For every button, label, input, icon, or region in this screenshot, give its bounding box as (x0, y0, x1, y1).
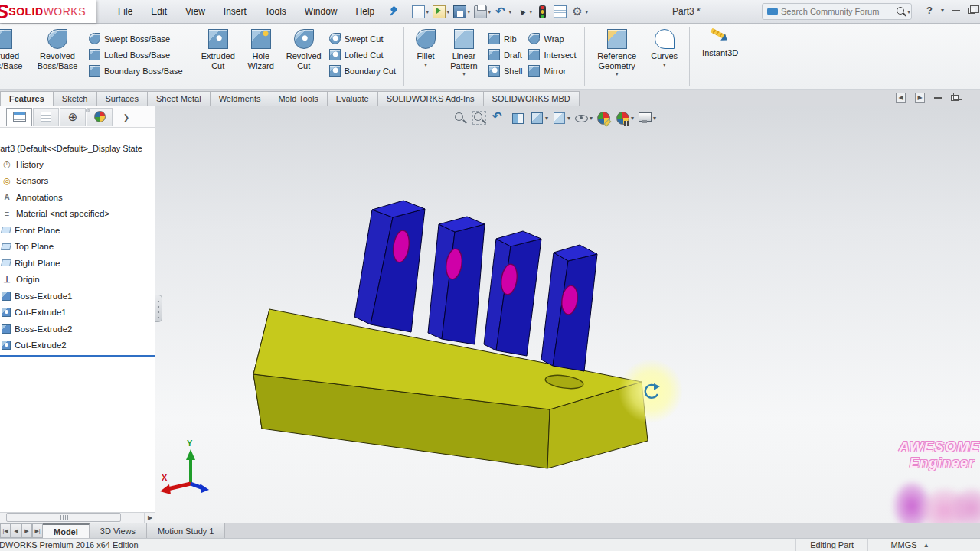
curves-caret-icon[interactable]: ▾ (663, 61, 666, 68)
tree-item-boss-extrude1[interactable]: Boss-Extrude1 (0, 288, 155, 305)
search-box[interactable]: ▾ (762, 3, 912, 20)
reference-geometry-caret-icon[interactable]: ▾ (616, 70, 619, 77)
dropdown-caret-icon[interactable]: ▾ (529, 8, 532, 15)
help-caret-icon[interactable]: ▾ (941, 7, 944, 14)
panel-scrollbar[interactable]: ▶ (0, 512, 155, 523)
rib-button[interactable]: Rib (485, 31, 525, 47)
draft-button[interactable]: Draft (485, 47, 525, 63)
tab-motion-study-1[interactable]: Motion Study 1 (147, 523, 225, 538)
expand-panel-button[interactable] (113, 108, 139, 126)
boundary-boss-base-button[interactable]: Boundary Boss/Base (86, 63, 186, 79)
rollback-bar[interactable] (0, 355, 155, 357)
model-post-2[interactable] (428, 217, 485, 344)
pane-right-icon[interactable]: ▶ (915, 93, 925, 103)
file-properties-icon[interactable] (553, 4, 569, 20)
featuremanager-tab[interactable] (6, 108, 32, 126)
save-icon[interactable]: ▾ (452, 4, 472, 20)
doc-minimize-button[interactable] (934, 97, 942, 99)
tab-weldments[interactable]: Weldments (210, 91, 270, 106)
curves-button[interactable]: Curves ▾ (645, 27, 684, 87)
hole-wizard-button[interactable]: Hole Wizard (240, 27, 282, 87)
search-icon[interactable] (896, 6, 906, 17)
swept-boss-base-button[interactable]: Swept Boss/Base (86, 31, 186, 47)
rebuild-icon[interactable] (535, 4, 551, 20)
new-document-icon[interactable]: ▾ (411, 4, 430, 20)
menu-item[interactable]: Help (348, 3, 383, 20)
tree-item-right-plane[interactable]: Right Plane (0, 255, 155, 272)
extruded-cut-button[interactable]: Extruded Cut (196, 27, 240, 87)
dropdown-caret-icon[interactable]: ▾ (467, 8, 470, 15)
prev-tab-icon[interactable]: ◀ (11, 523, 21, 538)
options-icon[interactable]: ▾ (570, 4, 590, 20)
graphics-area[interactable]: ▾ ▾ ▾ ▾ (155, 106, 980, 523)
propertymanager-tab[interactable] (33, 108, 59, 126)
tree-item-sensors[interactable]: Sensors (0, 173, 155, 190)
revolved-cut-button[interactable]: Revolved Cut (282, 27, 326, 87)
minimize-button[interactable] (952, 10, 960, 11)
doc-restore-button[interactable] (951, 95, 959, 101)
shell-button[interactable]: Shell (485, 63, 525, 79)
tab-solidworks-mbd[interactable]: SOLIDWORKS MBD (483, 91, 580, 106)
dimxpertmanager-tab[interactable] (60, 108, 86, 126)
panel-splitter-dot[interactable] (86, 109, 90, 112)
panel-splitter-grip[interactable] (155, 295, 162, 322)
help-button[interactable]: ? (926, 5, 933, 16)
model-canvas[interactable]: X Y (155, 106, 980, 523)
print-icon[interactable]: ▾ (473, 4, 492, 20)
lofted-cut-button[interactable]: Lofted Cut (326, 47, 399, 63)
units-selector[interactable]: MMGS ▲ (867, 539, 952, 551)
menu-item[interactable]: Insert (216, 3, 254, 20)
tab-model[interactable]: Model (43, 523, 90, 538)
dropdown-caret-icon[interactable]: ▾ (446, 8, 449, 15)
swept-cut-button[interactable]: Swept Cut (326, 31, 399, 47)
linear-pattern-button[interactable]: Linear Pattern ▾ (443, 27, 485, 87)
first-tab-icon[interactable]: |◀ (0, 523, 11, 538)
tab-3d-views[interactable]: 3D Views (90, 523, 147, 538)
tree-item-origin[interactable]: Origin (0, 272, 155, 289)
fillet-button[interactable]: Fillet ▾ (409, 27, 443, 87)
intersect-button[interactable]: Intersect (525, 47, 579, 63)
menu-item[interactable]: Edit (143, 3, 175, 20)
next-tab-icon[interactable]: ▶ (21, 523, 32, 538)
tree-item-cut-extrude2[interactable]: Cut-Extrude2 (0, 337, 155, 354)
model-post-3[interactable] (484, 231, 541, 356)
tree-item-material[interactable]: Material <not specified> (0, 206, 155, 223)
pin-menu-icon[interactable] (388, 5, 400, 18)
search-dropdown-caret-icon[interactable]: ▾ (907, 8, 910, 15)
tab-features[interactable]: Features (0, 91, 54, 106)
tab-surfaces[interactable]: Surfaces (96, 91, 148, 106)
model-post-1[interactable] (354, 201, 425, 332)
last-tab-icon[interactable]: ▶| (32, 523, 43, 538)
scrollbar-right-arrow-icon[interactable]: ▶ (144, 513, 155, 523)
mirror-button[interactable]: Mirror (525, 63, 579, 79)
dropdown-caret-icon[interactable]: ▾ (426, 8, 429, 15)
dropdown-caret-icon[interactable]: ▾ (488, 8, 491, 15)
displaymanager-tab[interactable] (87, 108, 113, 126)
dropdown-caret-icon[interactable]: ▾ (508, 8, 511, 15)
pane-left-icon[interactable]: ◀ (896, 93, 906, 103)
linear-pattern-caret-icon[interactable]: ▾ (462, 70, 466, 77)
tree-item-front-plane[interactable]: Front Plane (0, 222, 155, 239)
tree-item-boss-extrude2[interactable]: Boss-Extrude2 (0, 321, 155, 337)
restore-button[interactable] (968, 8, 975, 14)
open-icon[interactable]: ▾ (432, 4, 451, 20)
menu-item[interactable]: File (110, 3, 140, 20)
dropdown-caret-icon[interactable]: ▾ (585, 8, 588, 15)
tree-root-label[interactable]: Part3 (Default<<Default>_Display State (0, 139, 155, 156)
tree-item-top-plane[interactable]: Top Plane (0, 239, 155, 256)
scrollbar-thumb[interactable] (6, 513, 121, 522)
tab-sheet-metal[interactable]: Sheet Metal (147, 91, 211, 106)
lofted-boss-base-button[interactable]: Lofted Boss/Base (86, 47, 186, 63)
tree-item-annotations[interactable]: Annotations (0, 189, 155, 206)
instant3d-button[interactable]: Instant3D (694, 27, 746, 87)
model-post-4[interactable] (541, 245, 597, 371)
tab-mold-tools[interactable]: Mold Tools (269, 91, 327, 106)
wrap-button[interactable]: Wrap (525, 31, 579, 47)
menu-item[interactable]: Tools (257, 3, 294, 20)
extruded-boss-base-button[interactable]: Extruded Boss/Base (0, 27, 29, 87)
fillet-caret-icon[interactable]: ▾ (424, 61, 427, 68)
select-icon[interactable]: ▾ (514, 4, 534, 20)
tree-item-cut-extrude1[interactable]: Cut-Extrude1 (0, 305, 155, 321)
reference-geometry-button[interactable]: Reference Geometry ▾ (590, 27, 645, 87)
menu-item[interactable]: View (178, 3, 213, 20)
